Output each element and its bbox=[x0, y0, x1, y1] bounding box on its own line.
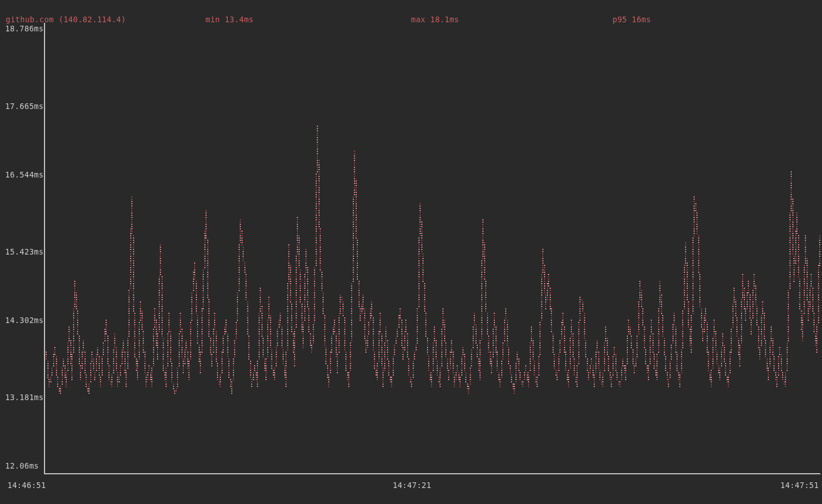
x-axis-line bbox=[44, 473, 820, 474]
min-stat-label: min 13.4ms bbox=[206, 15, 253, 24]
y-axis-tick-label: 12.06ms bbox=[5, 461, 39, 470]
x-axis-tick-label: 14:47:51 bbox=[780, 481, 819, 490]
terminal-ping-app: github.com (140.82.114.4) min 13.4ms max… bbox=[0, 0, 822, 504]
y-axis-tick-label: 17.665ms bbox=[5, 102, 43, 111]
y-axis-line bbox=[44, 23, 45, 474]
max-stat-label: max 18.1ms bbox=[411, 15, 459, 24]
latency-graph-canvas bbox=[0, 0, 822, 504]
p95-stat-label: p95 16ms bbox=[613, 15, 651, 24]
y-axis-tick-label: 14.302ms bbox=[5, 316, 43, 325]
x-axis-tick-label: 14:47:21 bbox=[393, 481, 431, 490]
y-axis-tick-label: 18.786ms bbox=[5, 24, 43, 33]
x-axis-tick-label: 14:46:51 bbox=[7, 481, 46, 490]
y-axis-tick-label: 13.181ms bbox=[5, 393, 43, 402]
y-axis-tick-label: 15.423ms bbox=[5, 247, 43, 256]
y-axis-tick-label: 16.544ms bbox=[5, 170, 43, 179]
host-label: github.com (140.82.114.4) bbox=[6, 15, 126, 24]
